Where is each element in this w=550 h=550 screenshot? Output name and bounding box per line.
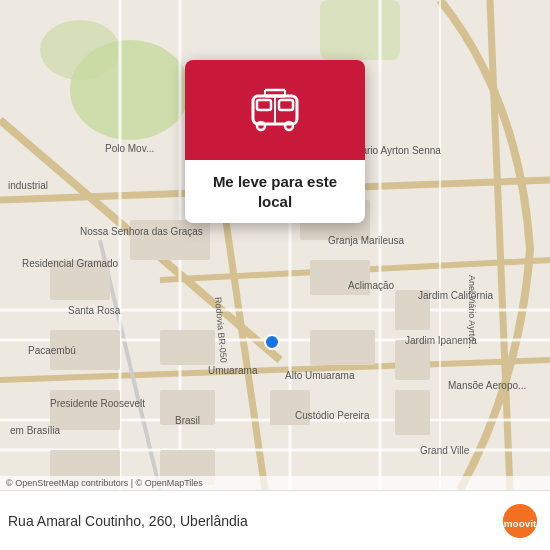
svg-text:moovit: moovit [504, 518, 537, 529]
moovit-logo-icon: moovit [502, 503, 538, 539]
svg-point-39 [257, 122, 265, 130]
svg-rect-34 [270, 390, 310, 425]
svg-rect-29 [395, 290, 430, 330]
bus-stop-icon [245, 82, 305, 142]
popup-icon-area [185, 60, 365, 160]
svg-rect-20 [130, 220, 210, 260]
moovit-logo: moovit [502, 503, 538, 539]
svg-rect-27 [50, 390, 120, 430]
map-container: Polo Mov... Anel Viário Ayrton Senna Nos… [0, 0, 550, 490]
address-text: Rua Amaral Coutinho, 260, Uberlândia [8, 513, 494, 529]
svg-rect-3 [320, 0, 400, 60]
popup-text[interactable]: Me leve para este local [185, 160, 365, 223]
svg-rect-28 [310, 330, 375, 365]
svg-rect-25 [160, 330, 215, 365]
svg-rect-23 [50, 260, 110, 300]
popup-card[interactable]: Me leve para este local [185, 60, 365, 223]
svg-point-40 [285, 122, 293, 130]
map-attribution: © OpenStreetMap contributors | © OpenMap… [0, 476, 550, 490]
svg-point-35 [265, 335, 279, 349]
svg-rect-30 [395, 340, 430, 380]
svg-rect-38 [279, 100, 293, 110]
svg-rect-26 [160, 390, 215, 425]
svg-rect-24 [50, 330, 120, 370]
svg-rect-22 [310, 260, 370, 295]
svg-point-2 [40, 20, 120, 80]
bottom-bar: Rua Amaral Coutinho, 260, Uberlândia moo… [0, 490, 550, 550]
svg-rect-37 [257, 100, 271, 110]
svg-rect-31 [395, 390, 430, 435]
